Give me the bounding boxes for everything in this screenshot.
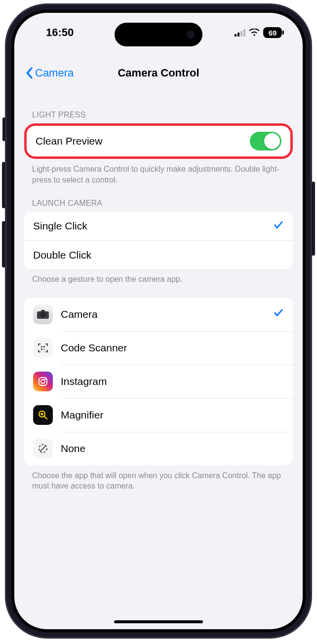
app-option-none[interactable]: None [24, 432, 293, 465]
none-app-icon [33, 439, 53, 458]
phone-frame: 16:50 69 [5, 4, 312, 638]
svg-line-16 [40, 446, 46, 452]
section-header-light-press: LIGHT PRESS [24, 97, 293, 123]
svg-point-9 [41, 379, 45, 383]
app-picker-card: Camera Code Scanner [24, 298, 293, 465]
side-button-volume-up [2, 162, 5, 208]
app-option-instagram[interactable]: Instagram [24, 365, 293, 398]
app-option-code-scanner[interactable]: Code Scanner [24, 331, 293, 365]
launch-option-single-click[interactable]: Single Click [24, 212, 293, 240]
svg-point-2 [41, 313, 44, 316]
section-footer-light-press: Light-press Camera Control to quickly ma… [24, 159, 293, 185]
app-option-label: Code Scanner [61, 342, 127, 354]
code-scanner-app-icon [33, 338, 53, 358]
app-option-label: Magnifier [61, 409, 103, 421]
back-button[interactable]: Camera [25, 67, 74, 79]
svg-rect-5 [41, 348, 42, 350]
launch-option-double-click[interactable]: Double Click [24, 240, 293, 269]
checkmark-icon [273, 220, 284, 233]
side-button-power [312, 182, 315, 256]
back-label: Camera [35, 67, 74, 79]
section-footer-launch-camera: Choose a gesture to open the camera app. [24, 269, 293, 285]
instagram-app-icon [33, 372, 53, 391]
side-button-mute [2, 117, 5, 141]
settings-content: LIGHT PRESS Clean Preview Light-press Ca… [14, 97, 303, 629]
svg-rect-6 [43, 348, 44, 349]
magnifier-app-icon [33, 405, 53, 425]
clean-preview-label: Clean Preview [36, 135, 102, 147]
checkmark-icon [273, 307, 284, 321]
app-option-label: Instagram [61, 376, 107, 387]
svg-point-10 [45, 378, 46, 379]
nav-bar: Camera Camera Control [14, 58, 303, 88]
app-option-magnifier[interactable]: Magnifier [24, 398, 293, 432]
dynamic-island [115, 23, 202, 46]
launch-camera-card: Single Click Double Click [24, 212, 293, 269]
chevron-left-icon [25, 67, 33, 79]
launch-option-label: Double Click [33, 249, 91, 261]
app-option-label: Camera [61, 308, 98, 320]
section-footer-apps: Choose the app that will open when you c… [24, 465, 293, 492]
cellular-signal-icon [235, 29, 245, 37]
clean-preview-toggle[interactable] [250, 132, 281, 151]
svg-rect-3 [41, 346, 42, 347]
app-option-camera[interactable]: Camera [24, 298, 293, 331]
camera-app-icon [33, 304, 53, 324]
svg-rect-7 [44, 349, 45, 350]
clean-preview-row[interactable]: Clean Preview [27, 126, 290, 156]
home-indicator[interactable] [114, 620, 203, 623]
status-time: 16:50 [46, 26, 74, 39]
svg-line-12 [44, 417, 47, 419]
battery-percent: 69 [269, 29, 277, 37]
wifi-icon [249, 29, 260, 37]
page-title: Camera Control [118, 67, 199, 79]
app-option-label: None [61, 443, 85, 455]
section-header-launch-camera: LAUNCH CAMERA [24, 185, 293, 212]
battery-indicator: 69 [263, 27, 282, 38]
launch-option-label: Single Click [33, 220, 87, 232]
side-button-volume-down [2, 221, 5, 267]
svg-rect-4 [43, 346, 45, 347]
clean-preview-card: Clean Preview [24, 123, 293, 159]
